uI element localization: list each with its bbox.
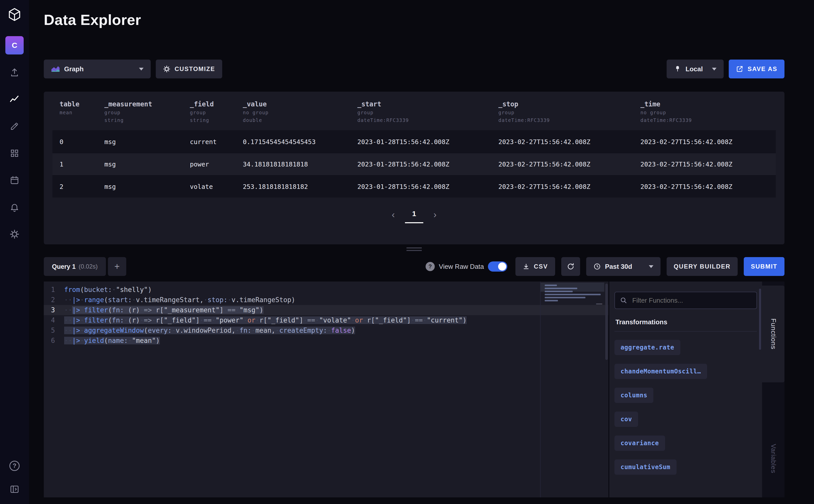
function-item[interactable]: columns xyxy=(614,388,653,403)
app-root: C xyxy=(0,0,814,504)
table-cell: 2023-01-28T15:56:42.008Z xyxy=(350,131,491,153)
code-token: · xyxy=(140,316,144,324)
code-line[interactable]: 4··|>·filter(fn:·(r)·=>·r["_field"]·==·"… xyxy=(44,315,608,325)
code-token: "_field" xyxy=(267,316,299,324)
minimap-line xyxy=(545,288,577,289)
code-token: "_field" xyxy=(164,316,195,324)
save-as-button[interactable]: SAVE AS xyxy=(729,60,784,78)
function-item[interactable]: covariance xyxy=(614,436,665,451)
functions-scrollbar[interactable] xyxy=(759,289,761,350)
nav-data-explorer[interactable] xyxy=(9,94,20,105)
code-token: "_field" xyxy=(375,316,407,324)
code-lines: 1from(bucket:·"shelly")2··|>·range(start… xyxy=(44,285,608,346)
table-row: 2msgvolate253.18181818181822023-01-28T15… xyxy=(52,175,776,198)
table-cell: 2023-02-27T15:56:42.008Z xyxy=(491,176,633,198)
code-token: "shelly" xyxy=(116,286,148,293)
code-token: "msg" xyxy=(240,306,259,314)
pagination: ‹ 1 › xyxy=(52,209,776,223)
code-token: ) xyxy=(463,316,467,324)
code-token: ] xyxy=(196,316,200,324)
influxdb-logo[interactable] xyxy=(0,0,29,29)
line-number: 4 xyxy=(44,315,64,325)
table-cell: 2 xyxy=(52,176,97,198)
column-header-stop: _stopgroupdateTime:RFC3339 xyxy=(491,100,633,123)
table-body: 0msgcurrent0.171545454545454532023-01-28… xyxy=(52,130,776,198)
nav-help[interactable]: ? xyxy=(9,460,20,471)
nav-alerts[interactable] xyxy=(9,202,20,213)
function-item[interactable]: cumulativeSum xyxy=(614,459,677,475)
next-page-button[interactable]: › xyxy=(430,209,440,221)
nav-settings[interactable] xyxy=(9,229,20,240)
code-token: v.windowPeriod, xyxy=(176,327,235,334)
clock-icon xyxy=(593,263,601,270)
query-toolbar: Query 1 (0.02s) + ? View Raw Data xyxy=(44,257,784,276)
table-cell: 2023-02-27T15:56:42.008Z xyxy=(491,153,633,175)
nav-tasks[interactable] xyxy=(9,175,20,186)
flux-editor[interactable]: 1from(bucket:·"shelly")2··|>·range(start… xyxy=(44,282,608,497)
sidebar-expand-button[interactable] xyxy=(9,484,20,495)
calendar-icon xyxy=(10,175,19,185)
table-cell: volate xyxy=(183,176,236,198)
code-line[interactable]: 6··|>·yield(name:·"mean") xyxy=(44,335,608,346)
column-header-value: _valueno groupdouble xyxy=(236,100,350,123)
customize-label: CUSTOMIZE xyxy=(175,65,215,73)
code-token: · xyxy=(172,327,176,334)
nav-notebooks[interactable] xyxy=(9,121,20,132)
function-item[interactable]: aggregate.rate xyxy=(614,340,680,355)
code-token: r[ xyxy=(156,306,164,314)
function-item[interactable]: cov xyxy=(614,412,638,427)
function-search-input[interactable] xyxy=(614,292,757,309)
visualization-type-dropdown[interactable]: Graph xyxy=(44,60,151,78)
code-line[interactable]: 2··|>·range(start:·v.timeRangeStart,·sto… xyxy=(44,295,608,305)
tab-variables[interactable]: Variables xyxy=(762,428,784,489)
code-token: ·· xyxy=(64,296,72,304)
grid-icon xyxy=(10,148,19,158)
expand-panel-icon xyxy=(10,484,19,494)
resize-handle[interactable] xyxy=(406,247,422,251)
minimap-slider[interactable] xyxy=(541,283,604,292)
function-item[interactable]: chandeMomentumOscill… xyxy=(614,364,707,379)
code-token: · xyxy=(124,316,128,324)
code-token: v.timeRangeStart, xyxy=(136,296,204,304)
column-header-measurement: _measurementgroupstring xyxy=(97,100,183,123)
code-token: filter xyxy=(84,306,108,314)
view-raw-data-toggle[interactable] xyxy=(488,261,507,272)
refresh-button[interactable] xyxy=(561,257,580,276)
editor-scrollbar[interactable] xyxy=(605,284,608,360)
nav-dashboards[interactable] xyxy=(9,148,20,159)
code-token: · xyxy=(275,327,279,334)
bell-icon xyxy=(10,202,19,212)
customize-button[interactable]: CUSTOMIZE xyxy=(156,60,222,78)
nav-load-data[interactable] xyxy=(9,67,20,78)
query-builder-button[interactable]: QUERY BUILDER xyxy=(667,257,738,276)
query-controls: ? View Raw Data CSV xyxy=(426,257,784,276)
org-avatar[interactable]: C xyxy=(5,36,24,54)
time-range-dropdown[interactable]: Past 30d xyxy=(586,257,661,276)
download-icon xyxy=(523,263,530,270)
toggle-knob xyxy=(498,262,506,271)
code-line[interactable]: 1from(bucket:·"shelly") xyxy=(44,285,608,295)
code-line[interactable]: 5··|>·aggregateWindow(every:·v.windowPer… xyxy=(44,325,608,335)
editor-region: 1from(bucket:·"shelly")2··|>·range(start… xyxy=(44,282,784,497)
code-token: == xyxy=(228,306,235,314)
functions-panel: Transformations aggregate.ratechandeMome… xyxy=(608,282,762,497)
code-token: · xyxy=(255,316,259,324)
line-number: 3 xyxy=(44,305,64,315)
prev-page-button[interactable]: ‹ xyxy=(389,209,398,221)
query-tab[interactable]: Query 1 (0.02s) xyxy=(44,257,106,276)
code-token: yield xyxy=(84,337,104,344)
local-dropdown[interactable]: Local xyxy=(667,60,724,78)
view-raw-data-group: ? View Raw Data xyxy=(426,261,507,272)
graph-icon xyxy=(9,94,20,105)
functions-section-header: Transformations xyxy=(614,309,757,332)
view-toolbar-right: Local SAVE AS xyxy=(667,60,784,78)
code-line[interactable]: 3··|>·filter(fn:·(r)·=>·r["_measurement"… xyxy=(44,305,608,315)
submit-button[interactable]: SUBMIT xyxy=(744,257,784,276)
add-query-button[interactable]: + xyxy=(108,257,126,276)
code-token: · xyxy=(423,316,427,324)
csv-button[interactable]: CSV xyxy=(515,257,555,276)
tab-functions[interactable]: Functions xyxy=(762,286,784,382)
code-token: r[ xyxy=(367,316,375,324)
code-token: · xyxy=(223,306,228,314)
minimap[interactable]: — xyxy=(540,282,604,497)
